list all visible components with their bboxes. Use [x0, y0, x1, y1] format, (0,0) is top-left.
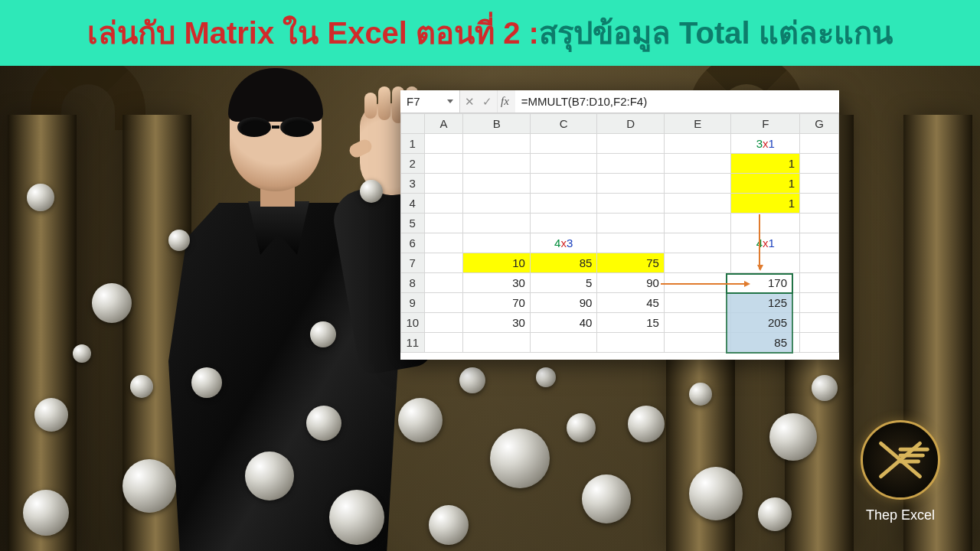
cell-B7[interactable]: 10 [463, 253, 531, 273]
row-header[interactable]: 8 [401, 273, 425, 293]
title-part2: สรุปข้อมูล Total แต่ละแกน [539, 8, 893, 57]
cell-D7[interactable]: 75 [597, 253, 665, 273]
sunglasses-icon [237, 116, 314, 139]
col-header[interactable]: E [664, 114, 731, 134]
cell-D9[interactable]: 45 [597, 293, 665, 313]
cell-C8[interactable]: 5 [530, 273, 597, 293]
title-part1: เล่นกับ Matrix ใน Excel ตอนที่ 2 : [87, 8, 539, 57]
chevron-down-icon [447, 99, 453, 103]
formula-bar: F7 ✕ ✓ fx =MMULT(B7:D10,F2:F4) [400, 90, 839, 113]
cell-D10[interactable]: 15 [597, 313, 665, 333]
formula-input[interactable]: =MMULT(B7:D10,F2:F4) [515, 90, 839, 112]
brand-block: Thep Excel [850, 420, 951, 523]
cell-F1[interactable]: 3x1 [731, 134, 800, 154]
col-header[interactable]: F [731, 114, 800, 134]
row-header[interactable]: 9 [401, 293, 425, 313]
cell-F7[interactable] [731, 253, 800, 273]
arrow-icon [759, 214, 760, 269]
col-header[interactable]: B [463, 114, 531, 134]
brand-name: Thep Excel [850, 507, 951, 523]
select-all-corner[interactable] [401, 114, 425, 134]
cell-B8[interactable]: 30 [463, 273, 531, 293]
cell-C9[interactable]: 90 [530, 293, 597, 313]
row-header[interactable]: 3 [401, 174, 425, 194]
formula-text: =MMULT(B7:D10,F2:F4) [521, 95, 647, 108]
cell-F2[interactable]: 1 [731, 154, 800, 174]
cell-F8-value: 125 [726, 296, 792, 309]
spreadsheet-grid[interactable]: A B C D E F G 1 3x1 2 1 3 1 4 1 5 [400, 113, 839, 353]
active-cell-ref: F7 [407, 95, 420, 108]
row-header[interactable]: 11 [401, 333, 425, 353]
row-header[interactable]: 2 [401, 154, 425, 174]
row-header[interactable]: 5 [401, 214, 425, 233]
col-header[interactable]: G [800, 114, 839, 134]
cell-F6[interactable]: 4x1 [731, 233, 800, 253]
pillar-decor [8, 115, 77, 551]
cell-D8[interactable]: 90 [597, 273, 665, 293]
row-header[interactable]: 6 [401, 233, 425, 253]
arrow-icon [661, 283, 749, 285]
row-header[interactable]: 10 [401, 313, 425, 333]
cell-C7[interactable]: 85 [530, 253, 597, 273]
title-banner: เล่นกับ Matrix ใน Excel ตอนที่ 2 : สรุปข… [0, 0, 980, 66]
excel-screenshot: F7 ✕ ✓ fx =MMULT(B7:D10,F2:F4) A B C D E… [400, 90, 839, 360]
thep-excel-logo-icon [861, 420, 940, 500]
cell-B9[interactable]: 70 [463, 293, 531, 313]
row-header[interactable]: 4 [401, 194, 425, 214]
cell-F4[interactable]: 1 [731, 194, 800, 214]
cell-B10[interactable]: 30 [463, 313, 531, 333]
cell-C6[interactable]: 4x3 [530, 233, 597, 253]
cell-F3[interactable]: 1 [731, 174, 800, 194]
col-header[interactable]: A [424, 114, 463, 134]
cancel-icon[interactable]: ✕ [465, 95, 475, 109]
enter-icon[interactable]: ✓ [482, 95, 492, 109]
row-header[interactable]: 7 [401, 253, 425, 273]
row-header[interactable]: 1 [401, 134, 425, 154]
name-box[interactable]: F7 [400, 90, 460, 112]
cell-F9-value: 205 [726, 316, 792, 329]
cell-C10[interactable]: 40 [530, 313, 597, 333]
col-header[interactable]: D [597, 114, 665, 134]
fx-icon[interactable]: fx [498, 90, 515, 112]
col-header[interactable]: C [530, 114, 597, 134]
cell-F10-value: 85 [726, 336, 792, 349]
